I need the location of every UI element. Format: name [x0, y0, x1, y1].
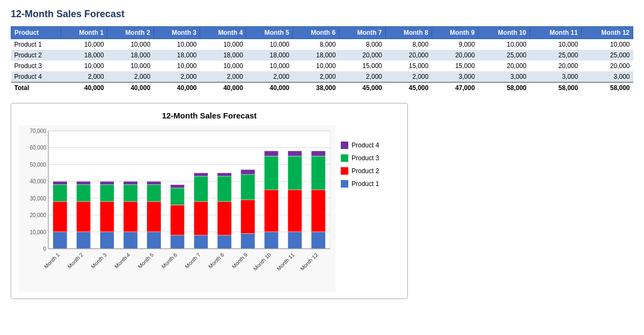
- cell-r3-c0: 2,000: [61, 71, 107, 83]
- total-month-7: 45,000: [339, 83, 385, 94]
- svg-rect-45: [171, 188, 185, 205]
- legend-item-1: Product 3: [341, 154, 400, 162]
- col-header-month-10: Month 10: [478, 27, 530, 39]
- col-header-month-3: Month 3: [153, 27, 200, 39]
- cell-r1-c3: 18,000: [200, 50, 246, 61]
- chart-area: 010,00020,00030,00040,00050,00060,00070,…: [19, 125, 400, 293]
- cell-r2-c1: 10,000: [107, 61, 153, 71]
- cell-r2-c11: 20,000: [581, 61, 633, 71]
- cell-r0-c10: 10,000: [530, 39, 581, 50]
- svg-text:10,000: 10,000: [30, 229, 46, 235]
- cell-r1-c7: 20,000: [385, 50, 431, 61]
- svg-rect-20: [53, 185, 67, 202]
- total-month-9: 47,000: [431, 83, 478, 94]
- svg-rect-29: [100, 202, 114, 232]
- cell-r3-c3: 2,000: [200, 71, 246, 83]
- legend-label-0: Product 4: [352, 142, 379, 149]
- svg-text:50,000: 50,000: [30, 162, 46, 168]
- legend-swatch-2: [341, 167, 348, 175]
- cell-r2-c6: 15,000: [339, 61, 385, 71]
- cell-r0-c6: 8,000: [339, 39, 385, 50]
- cell-r3-c10: 3,000: [530, 71, 581, 83]
- svg-rect-70: [288, 156, 302, 190]
- svg-rect-58: [241, 234, 255, 249]
- svg-rect-44: [171, 205, 185, 235]
- cell-r1-c8: 20,000: [431, 50, 478, 61]
- col-header-month-12: Month 12: [581, 27, 633, 39]
- col-header-month-5: Month 5: [246, 27, 292, 39]
- cell-r1-c11: 25,000: [581, 50, 633, 61]
- cell-r3-c4: 2,000: [246, 71, 292, 83]
- col-header-product: Product: [11, 27, 61, 39]
- total-month-4: 40,000: [200, 83, 246, 94]
- table-row: Product 42,0002,0002,0002,0002,0002,0002…: [11, 71, 633, 83]
- col-header-month-2: Month 2: [107, 27, 153, 39]
- svg-rect-39: [147, 202, 161, 232]
- svg-rect-25: [77, 185, 91, 202]
- cell-r2-c3: 10,000: [200, 61, 246, 71]
- cell-r2-c5: 10,000: [292, 61, 339, 71]
- svg-rect-23: [77, 232, 91, 249]
- total-month-1: 40,000: [61, 83, 107, 94]
- svg-rect-75: [311, 156, 325, 190]
- cell-r1-c6: 20,000: [339, 50, 385, 61]
- chart-container: 12-Month Sales Forecast 010,00020,00030,…: [11, 103, 408, 299]
- svg-rect-43: [171, 235, 185, 249]
- svg-rect-56: [217, 173, 231, 176]
- cell-r1-c4: 18,000: [246, 50, 292, 61]
- svg-rect-74: [311, 190, 325, 232]
- product-name-1: Product 1: [11, 39, 61, 50]
- svg-rect-21: [53, 181, 67, 184]
- svg-text:0: 0: [43, 246, 46, 252]
- svg-rect-68: [288, 232, 302, 249]
- svg-rect-61: [241, 169, 255, 174]
- cell-r0-c4: 10,000: [246, 39, 292, 50]
- total-month-6: 38,000: [292, 83, 339, 94]
- svg-rect-34: [123, 202, 137, 232]
- svg-rect-59: [241, 200, 255, 234]
- svg-rect-26: [77, 181, 91, 184]
- total-month-12: 58,000: [581, 83, 633, 94]
- cell-r3-c11: 3,000: [581, 71, 633, 83]
- svg-rect-50: [194, 176, 208, 202]
- page-title: 12-Month Sales Forecast: [11, 9, 633, 20]
- svg-rect-55: [217, 176, 231, 202]
- legend-label-2: Product 2: [352, 167, 379, 175]
- svg-rect-18: [53, 232, 67, 249]
- total-month-10: 58,000: [478, 83, 530, 94]
- svg-rect-31: [100, 181, 114, 184]
- cell-r1-c10: 25,000: [530, 50, 581, 61]
- cell-r1-c2: 18,000: [153, 50, 200, 61]
- cell-r2-c8: 15,000: [431, 61, 478, 71]
- legend-label-1: Product 3: [352, 154, 379, 162]
- cell-r3-c9: 3,000: [478, 71, 530, 83]
- cell-r0-c0: 10,000: [61, 39, 107, 50]
- svg-text:70,000: 70,000: [30, 128, 46, 134]
- svg-rect-51: [194, 173, 208, 176]
- svg-rect-41: [147, 181, 161, 184]
- total-month-3: 40,000: [153, 83, 200, 94]
- table-row: Product 310,00010,00010,00010,00010,0001…: [11, 61, 633, 71]
- svg-rect-30: [100, 185, 114, 202]
- total-month-2: 40,000: [107, 83, 153, 94]
- legend-item-2: Product 2: [341, 167, 400, 175]
- svg-rect-64: [265, 190, 279, 232]
- svg-rect-49: [194, 202, 208, 235]
- legend-swatch-1: [341, 154, 348, 162]
- svg-rect-46: [171, 185, 185, 188]
- legend-item-3: Product 1: [341, 180, 400, 188]
- total-label: Total: [11, 83, 61, 94]
- cell-r3-c7: 2,000: [385, 71, 431, 83]
- svg-rect-65: [265, 156, 279, 190]
- cell-r2-c2: 10,000: [153, 61, 200, 71]
- svg-rect-19: [53, 202, 67, 232]
- svg-text:40,000: 40,000: [30, 178, 46, 184]
- col-header-month-1: Month 1: [61, 27, 107, 39]
- svg-rect-63: [265, 232, 279, 249]
- col-header-month-9: Month 9: [431, 27, 478, 39]
- cell-r0-c7: 8,000: [385, 39, 431, 50]
- product-name-4: Product 4: [11, 71, 61, 83]
- col-header-month-7: Month 7: [339, 27, 385, 39]
- cell-r2-c7: 15,000: [385, 61, 431, 71]
- cell-r3-c5: 2,000: [292, 71, 339, 83]
